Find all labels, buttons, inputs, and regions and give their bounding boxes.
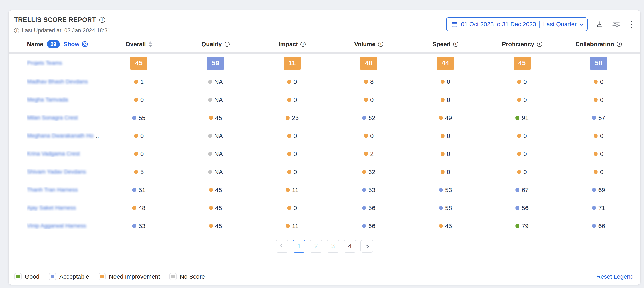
filter-settings-button[interactable]	[612, 20, 620, 28]
column-header-proficiency[interactable]: Proficiencyi	[484, 41, 560, 48]
column-info-icon[interactable]: i	[453, 42, 458, 47]
name-count-badge: 29	[47, 40, 60, 49]
score-dot	[592, 188, 596, 192]
score-cell: 2	[330, 150, 407, 157]
score-dot-value: 0	[134, 150, 144, 157]
team-name-link[interactable]: Thanh Tran Harness	[27, 187, 78, 193]
column-header-impact[interactable]: Impacti	[254, 41, 330, 48]
date-range-button[interactable]: 01 Oct 2023 to 31 Dec 2023 Last Quarter	[446, 18, 588, 31]
score-dot	[209, 206, 213, 210]
score-dot	[208, 152, 212, 156]
score-value: 2	[370, 150, 374, 157]
column-header-quality[interactable]: Qualityi	[177, 41, 254, 48]
team-name-link[interactable]: Megha Tamvada	[27, 97, 68, 103]
team-name-link[interactable]: Krina Vadgama Crest	[27, 151, 80, 157]
score-value: 45	[445, 222, 452, 229]
score-value: 0	[447, 168, 450, 175]
score-dot-value: 0	[364, 132, 374, 139]
score-cell: 44	[407, 57, 484, 70]
team-name-link[interactable]: Projets Teams	[27, 60, 62, 66]
score-cell: 0	[254, 204, 330, 211]
score-value: 0	[447, 150, 450, 157]
sort-icon[interactable]	[148, 42, 152, 47]
score-dot-value: NA	[208, 132, 223, 139]
score-badge: 45	[514, 57, 530, 70]
name-cell: Ajay Saket Harness	[27, 205, 100, 211]
column-header-label: Overall	[126, 41, 146, 48]
sort-down-arrow	[148, 45, 152, 47]
score-dot-value: 0	[440, 168, 450, 175]
legend-item-need[interactable]: Need Improvement	[98, 273, 160, 280]
column-header-volume[interactable]: Volumei	[330, 41, 407, 48]
name-cell: Krina Vadgama Crest	[27, 151, 100, 157]
score-dot	[286, 188, 290, 192]
legend-item-good[interactable]: Good	[14, 273, 40, 280]
score-value: 45	[215, 204, 222, 211]
column-info-icon[interactable]: i	[617, 42, 622, 47]
previous-page-button[interactable]	[276, 240, 288, 252]
score-value: 0	[523, 96, 527, 103]
score-dot	[286, 224, 290, 228]
column-header-label: Proficiency	[502, 41, 534, 48]
legend-item-none[interactable]: No Score	[170, 273, 205, 280]
score-value: 91	[522, 114, 528, 121]
score-dot-value: 57	[592, 114, 605, 121]
score-value: 57	[598, 114, 605, 121]
title-info-icon[interactable]: i	[99, 17, 105, 23]
team-name-link[interactable]: Vinip Aggarwal Harness	[27, 223, 86, 229]
score-dot-value: 0	[287, 78, 297, 85]
show-names-toggle[interactable]: Show	[64, 41, 88, 48]
score-value: 0	[370, 132, 374, 139]
column-info-icon[interactable]: i	[378, 42, 383, 47]
legend-color-swatch	[171, 275, 175, 278]
score-cell: 67	[484, 186, 560, 193]
team-name-link[interactable]: Milan Sonagra Crest	[27, 115, 78, 121]
score-value: 0	[600, 132, 604, 139]
score-dot	[134, 134, 138, 138]
score-dot-value: 0	[287, 150, 297, 157]
team-name-link[interactable]: Ajay Saket Harness	[27, 205, 76, 211]
team-name-link[interactable]: Madhav Bhash Devdans	[27, 79, 88, 85]
score-dot-value: 79	[516, 222, 528, 229]
score-dot-value: 0	[287, 132, 297, 139]
page-button-4[interactable]: 4	[344, 240, 356, 252]
name-cell: Projets Teams	[27, 60, 100, 66]
score-dot	[364, 152, 368, 156]
next-page-button[interactable]	[360, 240, 373, 252]
column-header-collaboration[interactable]: Collaborationi	[560, 41, 637, 48]
legend-bar: GoodAcceptableNeed ImprovementNo Score R…	[9, 273, 640, 285]
page-button-1[interactable]: 1	[292, 240, 306, 252]
more-options-button[interactable]	[628, 20, 634, 29]
score-dot	[517, 134, 521, 138]
team-name-link[interactable]: Meghana Dwarakanath Ho	[27, 133, 93, 139]
page-button-3[interactable]: 3	[326, 240, 340, 252]
download-button[interactable]	[596, 20, 604, 28]
score-value: 53	[368, 186, 375, 193]
column-info-icon[interactable]: i	[300, 42, 306, 47]
score-value: 0	[294, 168, 297, 175]
column-info-icon[interactable]: i	[224, 42, 230, 47]
score-cell: 5	[100, 168, 177, 175]
score-dot	[517, 98, 521, 102]
score-dot	[592, 206, 596, 210]
score-dot	[132, 206, 136, 210]
column-header-overall[interactable]: Overall	[100, 41, 177, 48]
score-value: 5	[140, 168, 144, 175]
score-value: 0	[294, 96, 297, 103]
table-body: Projets Teams45591148444558Madhav Bhash …	[9, 54, 640, 235]
table-row: Madhav Bhash Devdans1NA08000	[9, 73, 640, 91]
score-cell: 45	[100, 57, 177, 70]
legend-item-acceptable[interactable]: Acceptable	[49, 273, 89, 280]
score-cell: 0	[254, 168, 330, 175]
page-button-2[interactable]: 2	[310, 240, 322, 252]
score-dot-value: 0	[517, 168, 527, 175]
score-cell: 45	[177, 186, 254, 193]
column-header-speed[interactable]: Speedi	[407, 41, 484, 48]
score-dot-value: 11	[286, 222, 298, 229]
team-name-link[interactable]: Shivam Yadav Devdans	[27, 169, 86, 175]
reset-legend-button[interactable]: Reset Legend	[596, 273, 634, 280]
column-info-icon[interactable]: i	[537, 42, 542, 47]
score-value: 49	[445, 114, 452, 121]
page-title: TRELLIS SCORE REPORT	[14, 16, 96, 24]
score-value: 0	[294, 78, 297, 85]
